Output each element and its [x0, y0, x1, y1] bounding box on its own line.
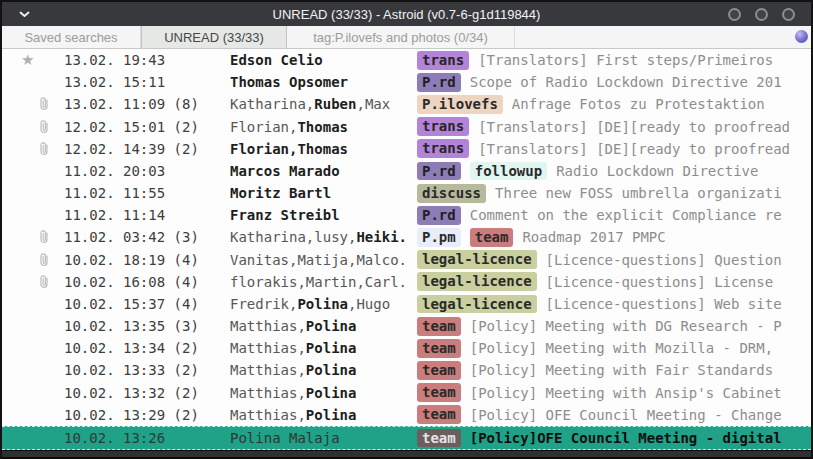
message-row[interactable]: ★13.02. 19:43Edson Celiotrans[Translator… — [2, 49, 811, 71]
tag-badge: P.ilovefs — [417, 95, 503, 114]
star-icon: ★ — [21, 53, 34, 68]
tag-badge: team — [417, 383, 461, 402]
message-tags-subject: team[Policy] Meeting with Mozilla - DRM, — [417, 339, 811, 358]
sender-name-segment: florakis,Martin,Carl. — [230, 274, 407, 290]
message-sender: Katharina,Ruben,Max — [230, 96, 417, 112]
message-row[interactable]: 13.02. 15:11Thomas OpsomerP.rdScope of R… — [2, 71, 811, 93]
window-control-maximize-button[interactable] — [755, 8, 768, 21]
message-row[interactable]: 10.02. 13:32 (2)Matthias,Polinateam[Poli… — [2, 382, 811, 404]
message-row[interactable]: 10.02. 13:34 (2)Matthias,Polinateam[Poli… — [2, 337, 811, 359]
sender-name-segment: Polina — [306, 362, 357, 378]
message-tags-subject: team[Policy] OFE Council Meeting - Chang… — [417, 405, 811, 424]
message-row[interactable]: 11.02. 03:42 (3)Katharina,lusy,Heiki.P.p… — [2, 226, 811, 248]
sender-name-segment: Franz Streibl — [230, 207, 340, 223]
sender-name-segment: Thomas Opsomer — [230, 74, 348, 90]
message-sender: Franz Streibl — [230, 207, 417, 223]
tag-badge: followup — [470, 162, 547, 181]
tag-badge: team — [417, 429, 461, 448]
message-sender: Matthias,Polina — [230, 340, 417, 356]
attachment-icon-wrap — [38, 141, 50, 157]
message-row[interactable]: 12.02. 14:39 (2)Florian,Thomastrans[Tran… — [2, 138, 811, 160]
message-sender: Florian,Thomas — [230, 141, 417, 157]
message-row[interactable]: 11.02. 11:14Franz StreiblP.rdComment on … — [2, 204, 811, 226]
message-tags-subject: team[Policy] Meeting with DG Research - … — [417, 317, 811, 336]
message-row[interactable]: 10.02. 18:19 (4)Vanitas,Matija,Malco.leg… — [2, 249, 811, 271]
sender-name-segment: Polina — [306, 385, 357, 401]
message-row[interactable]: 10.02. 13:33 (2)Matthias,Polinateam[Poli… — [2, 359, 811, 381]
message-subject: Roadmap 2017 PMPC — [522, 229, 665, 245]
message-row[interactable]: 13.02. 11:09 (8)Katharina,Ruben,MaxP.ilo… — [2, 93, 811, 115]
message-row[interactable]: 10.02. 15:37 (4)Fredrik,Polina,Hugolegal… — [2, 293, 811, 315]
sender-name-segment: Matthias, — [230, 407, 306, 423]
message-subject: [Policy]OFE Council Meeting - digital — [470, 430, 782, 446]
message-date: 12.02. 14:39 (2) — [64, 141, 230, 157]
message-subject: Scope of Radio Lockdown Directive 201 — [470, 74, 782, 90]
message-date: 13.02. 11:09 (8) — [64, 96, 230, 112]
sender-name-segment: Polina — [297, 296, 348, 312]
sender-name-segment: Matthias, — [230, 340, 306, 356]
message-row[interactable]: 10.02. 13:35 (3)Matthias,Polinateam[Poli… — [2, 315, 811, 337]
message-row[interactable]: 11.02. 11:55Moritz BartldiscussThree new… — [2, 182, 811, 204]
message-sender: Polina Malaja — [230, 430, 417, 446]
message-date: 10.02. 13:26 — [64, 430, 230, 446]
window-menu-button[interactable] — [2, 2, 46, 26]
row-flag-cell — [2, 252, 64, 268]
message-subject: Comment on the explicit Compliance re — [470, 207, 782, 223]
tag-badge: P.rd — [417, 162, 461, 181]
tag-badge: legal-licence — [417, 250, 537, 269]
message-tags-subject: trans[Translators] First steps/Primeiros — [417, 51, 811, 70]
message-date: 10.02. 13:33 (2) — [64, 362, 230, 378]
tag-badge: discuss — [417, 184, 486, 203]
message-date: 10.02. 15:37 (4) — [64, 296, 230, 312]
sender-name-segment: Vanitas,Matija,Malco. — [230, 252, 407, 268]
message-row[interactable]: 11.02. 20:03Marcos MaradoP.rdfollowupRad… — [2, 160, 811, 182]
attachment-icon — [38, 96, 50, 112]
message-date: 10.02. 13:29 (2) — [64, 407, 230, 423]
message-row[interactable]: 12.02. 15:01 (2)Florian,Thomastrans[Tran… — [2, 116, 811, 138]
message-tags-subject: P.rdScope of Radio Lockdown Directive 20… — [417, 73, 811, 92]
message-subject: [Translators] [DE][ready to proofread — [478, 141, 790, 157]
window-control-close-button[interactable] — [782, 8, 795, 21]
message-tags-subject: legal-licence[Licence-questions] License — [417, 272, 811, 291]
message-date: 10.02. 13:34 (2) — [64, 340, 230, 356]
message-date: 10.02. 16:08 (4) — [64, 274, 230, 290]
message-subject: [Policy] OFE Council Meeting - Change — [470, 407, 782, 423]
tag-badge: trans — [417, 117, 469, 136]
sender-name-segment: Moritz Bartl — [230, 185, 331, 201]
message-sender: Matthias,Polina — [230, 318, 417, 334]
message-tags-subject: P.pmteamRoadmap 2017 PMPC — [417, 228, 811, 247]
sender-name-segment: Marcos Marado — [230, 163, 340, 179]
attachment-icon-wrap — [38, 274, 50, 290]
message-date: 12.02. 15:01 (2) — [64, 119, 230, 135]
sender-name-segment: Matthias, — [230, 318, 306, 334]
tag-badge: team — [417, 339, 461, 358]
message-sender: Fredrik,Polina,Hugo — [230, 296, 417, 312]
tag-badge: team — [417, 405, 461, 424]
tag-badge: team — [417, 317, 461, 336]
tag-badge: P.rd — [417, 206, 461, 225]
message-sender: Thomas Opsomer — [230, 74, 417, 90]
sender-name-segment: Edson Celio — [230, 52, 323, 68]
window-control-minimize-button[interactable] — [728, 8, 741, 21]
tab-unread[interactable]: UNREAD (33/33) — [141, 26, 287, 48]
message-tags-subject: team[Policy] Meeting with Fair Standards — [417, 361, 811, 380]
message-subject: [Policy] Meeting with Ansip's Cabinet — [470, 385, 782, 401]
tab-ilovefs-photos[interactable]: tag:P.ilovefs and photos (0/34) — [287, 26, 515, 48]
tag-badge: P.pm — [417, 228, 461, 247]
row-flag-cell — [2, 141, 64, 157]
tag-badge: legal-licence — [417, 295, 537, 314]
message-row[interactable]: 10.02. 16:08 (4)florakis,Martin,Carl.leg… — [2, 271, 811, 293]
message-subject: [Policy] Meeting with Fair Standards — [470, 362, 773, 378]
message-subject: [Policy] Meeting with DG Research - P — [470, 318, 782, 334]
attachment-icon-wrap — [38, 96, 50, 112]
sender-name-segment: ,Hugo — [348, 296, 390, 312]
tab-saved-searches[interactable]: Saved searches — [2, 26, 141, 48]
sender-name-segment: Fredrik, — [230, 296, 297, 312]
message-subject: Three new FOSS umbrella organizati — [495, 185, 782, 201]
attachment-icon — [38, 252, 50, 268]
message-row[interactable]: 10.02. 13:29 (2)Matthias,Polinateam[Poli… — [2, 404, 811, 426]
message-date: 11.02. 11:55 — [64, 185, 230, 201]
message-date: 11.02. 03:42 (3) — [64, 229, 230, 245]
message-row[interactable]: 10.02. 13:26Polina Malajateam[Policy]OFE… — [2, 426, 811, 450]
sender-name-segment: ,Max — [356, 96, 390, 112]
